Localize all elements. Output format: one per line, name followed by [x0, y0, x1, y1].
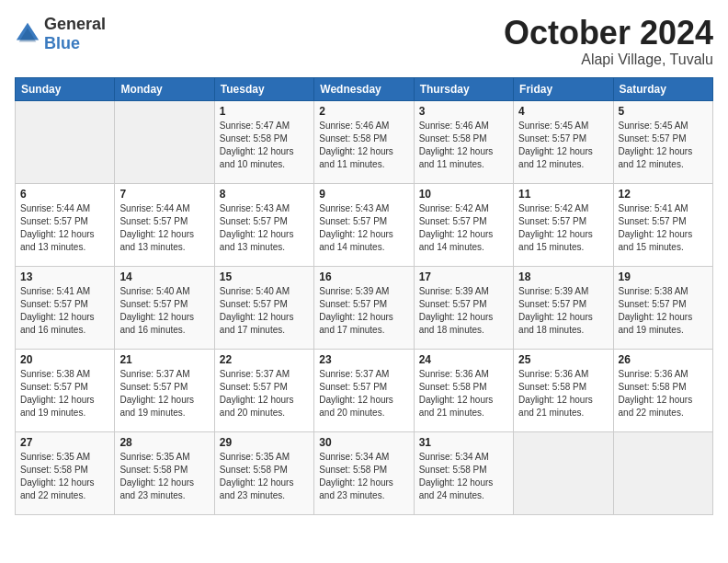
calendar-cell: 8Sunrise: 5:43 AMSunset: 5:57 PMDaylight… [214, 183, 313, 266]
calendar-cell: 26Sunrise: 5:36 AMSunset: 5:58 PMDayligh… [613, 349, 712, 431]
location-title: Alapi Village, Tuvalu [504, 52, 713, 68]
day-number: 6 [20, 188, 109, 201]
calendar-cell: 22Sunrise: 5:37 AMSunset: 5:57 PMDayligh… [214, 349, 313, 431]
day-info: Sunrise: 5:46 AMSunset: 5:58 PMDaylight:… [419, 120, 508, 171]
day-number: 1 [220, 105, 309, 118]
day-number: 7 [119, 188, 209, 201]
day-number: 21 [119, 353, 209, 366]
day-info: Sunrise: 5:39 AMSunset: 5:57 PMDaylight:… [419, 285, 508, 337]
day-number: 5 [619, 105, 708, 118]
day-number: 22 [220, 353, 309, 366]
day-number: 19 [619, 270, 708, 283]
calendar-cell: 20Sunrise: 5:38 AMSunset: 5:57 PMDayligh… [16, 349, 115, 431]
day-header-wednesday: Wednesday [314, 77, 414, 100]
day-info: Sunrise: 5:37 AMSunset: 5:57 PMDaylight:… [319, 368, 408, 419]
day-number: 23 [319, 353, 408, 366]
day-info: Sunrise: 5:41 AMSunset: 5:57 PMDaylight:… [619, 202, 708, 254]
calendar-cell: 25Sunrise: 5:36 AMSunset: 5:58 PMDayligh… [514, 349, 613, 431]
calendar-cell [514, 431, 613, 514]
day-header-thursday: Thursday [414, 77, 513, 100]
day-number: 31 [419, 436, 508, 449]
calendar-cell: 1Sunrise: 5:47 AMSunset: 5:58 PMDaylight… [214, 100, 313, 183]
day-info: Sunrise: 5:47 AMSunset: 5:58 PMDaylight:… [220, 120, 309, 171]
calendar-cell: 9Sunrise: 5:43 AMSunset: 5:57 PMDaylight… [314, 183, 414, 266]
day-info: Sunrise: 5:42 AMSunset: 5:57 PMDaylight:… [419, 202, 508, 254]
calendar-cell: 29Sunrise: 5:35 AMSunset: 5:58 PMDayligh… [214, 431, 313, 514]
calendar-cell: 5Sunrise: 5:45 AMSunset: 5:57 PMDaylight… [613, 100, 712, 183]
day-number: 4 [518, 105, 608, 118]
day-info: Sunrise: 5:34 AMSunset: 5:58 PMDaylight:… [319, 451, 408, 502]
day-number: 16 [319, 270, 408, 283]
day-info: Sunrise: 5:39 AMSunset: 5:57 PMDaylight:… [518, 285, 608, 337]
title-block: October 2024 Alapi Village, Tuvalu [504, 15, 713, 68]
day-info: Sunrise: 5:42 AMSunset: 5:57 PMDaylight:… [518, 202, 608, 254]
day-number: 17 [419, 270, 508, 283]
day-info: Sunrise: 5:36 AMSunset: 5:58 PMDaylight:… [518, 368, 608, 419]
calendar-cell [115, 100, 214, 183]
calendar-cell: 23Sunrise: 5:37 AMSunset: 5:57 PMDayligh… [314, 349, 414, 431]
day-info: Sunrise: 5:45 AMSunset: 5:57 PMDaylight:… [619, 120, 708, 171]
calendar-cell: 4Sunrise: 5:45 AMSunset: 5:57 PMDaylight… [514, 100, 613, 183]
calendar-cell: 3Sunrise: 5:46 AMSunset: 5:58 PMDaylight… [414, 100, 513, 183]
calendar-cell: 19Sunrise: 5:38 AMSunset: 5:57 PMDayligh… [613, 266, 712, 349]
calendar-cell: 18Sunrise: 5:39 AMSunset: 5:57 PMDayligh… [514, 266, 613, 349]
calendar-cell [613, 431, 712, 514]
day-number: 11 [518, 188, 608, 201]
calendar-cell [16, 100, 115, 183]
day-info: Sunrise: 5:44 AMSunset: 5:57 PMDaylight:… [119, 202, 209, 254]
day-header-sunday: Sunday [16, 77, 115, 100]
month-title: October 2024 [504, 15, 713, 52]
day-number: 8 [220, 188, 309, 201]
logo-general: General [44, 15, 106, 33]
logo: General Blue [15, 15, 106, 53]
day-number: 26 [619, 353, 708, 366]
day-info: Sunrise: 5:44 AMSunset: 5:57 PMDaylight:… [20, 202, 109, 254]
day-info: Sunrise: 5:35 AMSunset: 5:58 PMDaylight:… [119, 451, 209, 502]
calendar-cell: 30Sunrise: 5:34 AMSunset: 5:58 PMDayligh… [314, 431, 414, 514]
day-info: Sunrise: 5:37 AMSunset: 5:57 PMDaylight:… [220, 368, 309, 419]
day-number: 2 [319, 105, 408, 118]
day-info: Sunrise: 5:37 AMSunset: 5:57 PMDaylight:… [119, 368, 209, 419]
day-number: 25 [518, 353, 608, 366]
day-number: 24 [419, 353, 508, 366]
calendar-table: SundayMondayTuesdayWednesdayThursdayFrid… [15, 77, 713, 515]
day-info: Sunrise: 5:41 AMSunset: 5:57 PMDaylight:… [20, 285, 109, 337]
calendar-cell: 11Sunrise: 5:42 AMSunset: 5:57 PMDayligh… [514, 183, 613, 266]
day-info: Sunrise: 5:36 AMSunset: 5:58 PMDaylight:… [419, 368, 508, 419]
calendar-cell: 27Sunrise: 5:35 AMSunset: 5:58 PMDayligh… [16, 431, 115, 514]
day-number: 18 [518, 270, 608, 283]
day-number: 9 [319, 188, 408, 201]
calendar-week-row: 13Sunrise: 5:41 AMSunset: 5:57 PMDayligh… [16, 266, 713, 349]
calendar-cell: 14Sunrise: 5:40 AMSunset: 5:57 PMDayligh… [115, 266, 214, 349]
logo-blue: Blue [44, 34, 80, 52]
logo-text: General Blue [44, 15, 106, 53]
day-header-friday: Friday [514, 77, 613, 100]
calendar-cell: 2Sunrise: 5:46 AMSunset: 5:58 PMDaylight… [314, 100, 414, 183]
calendar-cell: 24Sunrise: 5:36 AMSunset: 5:58 PMDayligh… [414, 349, 513, 431]
day-number: 14 [119, 270, 209, 283]
calendar-week-row: 27Sunrise: 5:35 AMSunset: 5:58 PMDayligh… [16, 431, 713, 514]
calendar-cell: 10Sunrise: 5:42 AMSunset: 5:57 PMDayligh… [414, 183, 513, 266]
day-info: Sunrise: 5:35 AMSunset: 5:58 PMDaylight:… [20, 451, 109, 502]
day-info: Sunrise: 5:39 AMSunset: 5:57 PMDaylight:… [319, 285, 408, 337]
day-header-saturday: Saturday [613, 77, 712, 100]
calendar-week-row: 20Sunrise: 5:38 AMSunset: 5:57 PMDayligh… [16, 349, 713, 431]
day-info: Sunrise: 5:40 AMSunset: 5:57 PMDaylight:… [220, 285, 309, 337]
calendar-week-row: 1Sunrise: 5:47 AMSunset: 5:58 PMDaylight… [16, 100, 713, 183]
day-number: 3 [419, 105, 508, 118]
day-number: 27 [20, 436, 109, 449]
calendar-cell: 7Sunrise: 5:44 AMSunset: 5:57 PMDaylight… [115, 183, 214, 266]
day-info: Sunrise: 5:43 AMSunset: 5:57 PMDaylight:… [220, 202, 309, 254]
calendar-header-row: SundayMondayTuesdayWednesdayThursdayFrid… [16, 77, 713, 100]
day-header-tuesday: Tuesday [214, 77, 313, 100]
day-info: Sunrise: 5:40 AMSunset: 5:57 PMDaylight:… [119, 285, 209, 337]
day-number: 28 [119, 436, 209, 449]
day-info: Sunrise: 5:38 AMSunset: 5:57 PMDaylight:… [20, 368, 109, 419]
day-info: Sunrise: 5:46 AMSunset: 5:58 PMDaylight:… [319, 120, 408, 171]
day-info: Sunrise: 5:36 AMSunset: 5:58 PMDaylight:… [619, 368, 708, 419]
calendar-cell: 12Sunrise: 5:41 AMSunset: 5:57 PMDayligh… [613, 183, 712, 266]
day-number: 20 [20, 353, 109, 366]
calendar-cell: 17Sunrise: 5:39 AMSunset: 5:57 PMDayligh… [414, 266, 513, 349]
calendar-cell: 6Sunrise: 5:44 AMSunset: 5:57 PMDaylight… [16, 183, 115, 266]
calendar-cell: 15Sunrise: 5:40 AMSunset: 5:57 PMDayligh… [214, 266, 313, 349]
